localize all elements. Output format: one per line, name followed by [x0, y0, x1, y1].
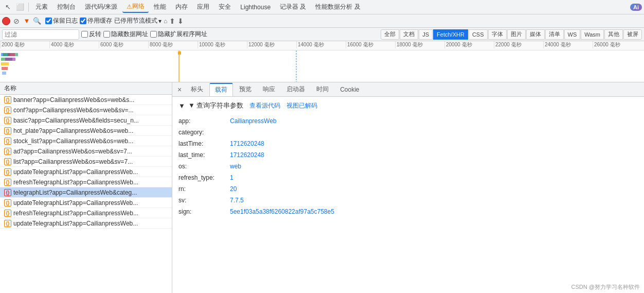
request-name: updateTelegraphList?app=CailianpressWeb.… [13, 199, 170, 206]
tab-preview[interactable]: 预览 [234, 83, 257, 96]
ruler-mark: 12000 毫秒 [247, 41, 296, 48]
type-btn-fetch[interactable]: Fetch/XHR [433, 29, 468, 40]
tab-network[interactable]: 网络 [122, 2, 149, 13]
hide-extension-urls-label[interactable]: 隐藏扩展程序网址 [150, 30, 207, 39]
param-row: lastTime: 1712620248 [178, 138, 638, 149]
invert-checkbox-label[interactable]: 反转 [81, 30, 101, 39]
svg-rect-4 [2, 72, 6, 75]
request-item[interactable]: {}refreshTelegraphList?app=CailianpressW… [0, 177, 172, 187]
param-row: sv: 7.7.5 [178, 195, 638, 206]
view-decoded-link[interactable]: 视图已解码 [287, 101, 317, 110]
tab-elements[interactable]: 元素 [31, 2, 52, 13]
clear-button[interactable]: ⊘ [12, 17, 21, 25]
upload-button[interactable]: ⬆ [169, 17, 175, 25]
tab-recorder[interactable]: 记录器 及 [276, 2, 310, 13]
tab-timing[interactable]: 时间 [311, 83, 334, 96]
inspect-icon[interactable]: ↖ [2, 2, 13, 13]
close-detail-button[interactable]: × [174, 83, 185, 96]
param-key: refresh_type: [178, 173, 230, 182]
device-icon[interactable]: ⬜ [14, 2, 26, 13]
tab-perf-insights[interactable]: 性能数据分析 及 [311, 2, 364, 13]
param-value: web [230, 162, 638, 171]
preserve-log-label[interactable]: 保留日志 [45, 16, 78, 25]
search-button[interactable]: 🔍 [33, 17, 41, 25]
filter-input[interactable] [2, 29, 79, 40]
tab-response[interactable]: 响应 [258, 83, 280, 96]
param-value: 1 [230, 173, 638, 182]
param-key: rn: [178, 184, 230, 194]
tab-application[interactable]: 应用 [193, 2, 213, 13]
params-header: ▼ ▼ 查询字符串参数 查看源代码 视图已解码 [178, 101, 638, 110]
tab-cookies[interactable]: Cookie [335, 83, 364, 96]
request-item[interactable]: {}refreshTelegraphList?app=CailianpressW… [0, 208, 172, 218]
tab-initiator[interactable]: 启动器 [281, 83, 310, 96]
param-row: os: web [178, 161, 638, 172]
svg-rect-3 [2, 67, 8, 70]
timeline-content[interactable] [0, 50, 644, 82]
stop-recording-button[interactable] [2, 17, 10, 25]
request-item[interactable]: {}updateTelegraphList?app=CailianpressWe… [0, 198, 172, 208]
param-key: sign: [178, 207, 230, 216]
throttle-dropdown[interactable]: 已停用节流模式 ▾ [114, 16, 162, 25]
type-btn-blocked[interactable]: 被屏 [623, 29, 642, 40]
tab-performance[interactable]: 性能 [150, 2, 170, 13]
svg-rect-9 [178, 51, 181, 55]
ai-badge[interactable]: Ai [630, 4, 642, 11]
hide-data-urls-checkbox[interactable] [103, 31, 110, 38]
type-btn-all[interactable]: 全部 [381, 29, 399, 40]
tab-payload[interactable]: 载荷 [209, 83, 233, 96]
tab-sources[interactable]: 源代码/来源 [81, 2, 121, 13]
type-btn-css[interactable]: CSS [469, 29, 488, 40]
request-name: telegraphList?app=CailianpressWeb&categ.… [13, 189, 170, 196]
request-item[interactable]: {}banner?app=CailianpressWeb&os=web&s... [0, 95, 172, 105]
type-btn-img[interactable]: 图片 [507, 29, 526, 40]
tab-console[interactable]: 控制台 [53, 2, 80, 13]
type-btn-ws[interactable]: WS [564, 29, 581, 40]
type-btn-media[interactable]: 媒体 [526, 29, 545, 40]
request-item[interactable]: {}hot_plate?app=CailianpressWeb&os=web..… [0, 126, 172, 136]
svg-rect-2 [1, 62, 9, 65]
request-item[interactable]: {}updateTelegraphList?app=CailianpressWe… [0, 218, 172, 229]
tab-headers[interactable]: 标头 [186, 83, 208, 96]
hide-data-urls-label[interactable]: 隐藏数据网址 [103, 30, 148, 39]
tab-lighthouse[interactable]: Lighthouse [236, 2, 275, 13]
request-item[interactable]: {}ad?app=CailianpressWeb&os=web&sv=7... [0, 146, 172, 157]
request-name: hot_plate?app=CailianpressWeb&os=web... [13, 127, 170, 134]
type-btn-doc[interactable]: 文档 [400, 29, 418, 40]
param-value: 1712620248 [230, 139, 638, 148]
view-source-link[interactable]: 查看源代码 [249, 101, 280, 110]
param-value [230, 128, 638, 137]
hide-extension-urls-checkbox[interactable] [150, 31, 157, 38]
type-btn-font[interactable]: 字体 [488, 29, 507, 40]
ruler-mark: 26000 毫秒 [593, 41, 642, 48]
main-area: 名称 {}banner?app=CailianpressWeb&os=web&s… [0, 82, 644, 293]
request-list-header: 名称 [0, 82, 172, 95]
request-item[interactable]: {}conf?app=CailianpressWeb&os=web&sv=... [0, 105, 172, 115]
tab-memory[interactable]: 内存 [171, 2, 192, 13]
request-type-icon: {} [4, 168, 11, 176]
type-btn-other[interactable]: 其他 [604, 29, 623, 40]
param-row: rn: 20 [178, 183, 638, 195]
request-type-icon: {} [4, 107, 11, 114]
request-item[interactable]: {}basic?app=CailianpressWeb&fields=secu_… [0, 115, 172, 126]
request-item[interactable]: {}stock_list?app=CailianpressWeb&os=web.… [0, 136, 172, 146]
tab-security[interactable]: 安全 [214, 2, 235, 13]
param-key: os: [178, 162, 230, 171]
disable-cache-label[interactable]: 停用缓存 [80, 16, 112, 25]
type-btn-manifest[interactable]: 清单 [545, 29, 564, 40]
request-item[interactable]: {}updateTelegraphList?app=CailianpressWe… [0, 167, 172, 177]
preserve-log-checkbox[interactable] [45, 18, 52, 24]
download-button[interactable]: ⬇ [177, 17, 184, 25]
disable-cache-checkbox[interactable] [80, 18, 86, 24]
query-params-title[interactable]: ▼ ▼ 查询字符串参数 [178, 101, 243, 110]
request-type-icon: {} [4, 117, 11, 124]
request-item[interactable]: {}telegraphList?app=CailianpressWeb&cate… [0, 187, 172, 198]
invert-checkbox[interactable] [81, 31, 88, 38]
type-btn-js[interactable]: JS [419, 29, 433, 40]
filter-icon[interactable]: ▼ [23, 17, 31, 25]
request-item[interactable]: {}list?app=CailianpressWeb&os=web&sv=7..… [0, 157, 172, 167]
filter-bar: 反转 隐藏数据网址 隐藏扩展程序网址 全部 文档 JS Fetch/XHR CS… [0, 28, 644, 41]
type-btn-wasm[interactable]: Wasm [581, 29, 604, 40]
param-row: app: CailianpressWeb [178, 115, 638, 127]
param-row: category: [178, 127, 638, 138]
